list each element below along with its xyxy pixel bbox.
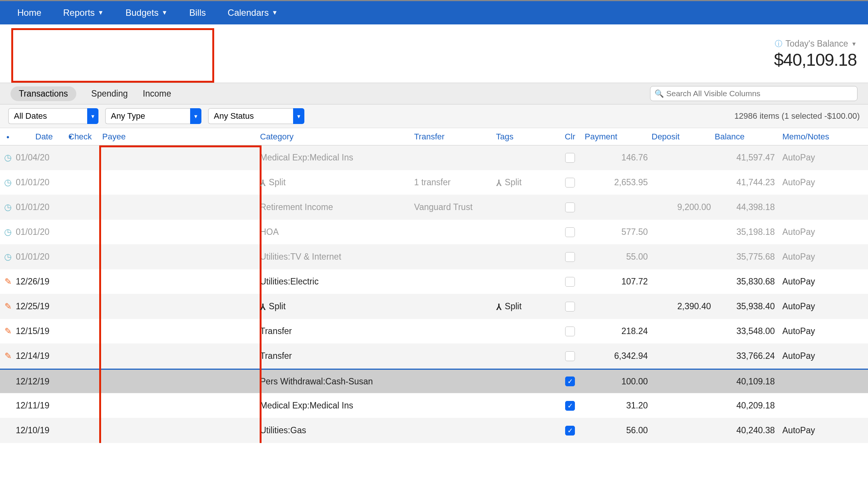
filter-status[interactable]: Any Status ▾ bbox=[208, 108, 304, 124]
cell-tags: Y Split bbox=[496, 177, 555, 188]
cell-balance: 44,398.18 bbox=[715, 202, 779, 212]
search-input[interactable] bbox=[650, 86, 857, 101]
table-row[interactable]: ✎12/14/19Transfer6,342.9433,766.24AutoPa… bbox=[0, 344, 868, 369]
nav-home[interactable]: Home bbox=[17, 8, 41, 18]
redaction-box bbox=[11, 28, 214, 83]
clock-icon: ◷ bbox=[4, 227, 12, 237]
checkbox-icon[interactable] bbox=[565, 351, 575, 361]
checkbox-icon[interactable] bbox=[565, 178, 575, 188]
cell-date: 01/01/20 bbox=[16, 227, 68, 237]
table-row[interactable]: ◷01/01/20HOA577.5035,198.18AutoPay bbox=[0, 220, 868, 245]
col-payee[interactable]: Payee bbox=[102, 132, 260, 142]
cell-cleared[interactable] bbox=[555, 178, 585, 188]
col-tags[interactable]: Tags bbox=[496, 132, 555, 142]
table-row[interactable]: ◷01/01/20Y Split1 transferY Split2,653.9… bbox=[0, 170, 868, 195]
cell-payment: 6,342.94 bbox=[585, 351, 652, 361]
table-row[interactable]: ◷01/01/20Utilities:TV & Internet55.0035,… bbox=[0, 245, 868, 269]
col-date[interactable]: Date▼ bbox=[16, 132, 68, 142]
checkbox-icon[interactable] bbox=[565, 302, 575, 311]
view-tabs-row: Transactions Spending Income 🔍 bbox=[0, 83, 868, 104]
cell-balance: 33,766.24 bbox=[715, 351, 779, 361]
nav-budgets[interactable]: Budgets▼ bbox=[126, 8, 168, 18]
table-row[interactable]: 12/12/19Pers Withdrawal:Cash-Susan✓100.0… bbox=[0, 369, 868, 393]
cell-cleared[interactable] bbox=[555, 302, 585, 311]
cell-category: Transfer bbox=[260, 326, 414, 336]
cell-date: 01/01/20 bbox=[16, 252, 68, 262]
cell-cleared[interactable] bbox=[555, 227, 585, 237]
table-row[interactable]: ✎12/26/19Utilities:Electric107.7235,830.… bbox=[0, 269, 868, 294]
checkbox-icon[interactable]: ✓ bbox=[565, 401, 575, 411]
cell-memo: AutoPay bbox=[779, 301, 865, 311]
chevron-down-icon[interactable]: ▾ bbox=[293, 108, 304, 124]
table-row[interactable]: ◷01/04/20Medical Exp:Medical Ins146.7641… bbox=[0, 145, 868, 170]
cell-balance: 40,240.38 bbox=[715, 425, 779, 435]
chevron-down-icon[interactable]: ▾ bbox=[87, 108, 98, 124]
balance-label[interactable]: Today's Balance bbox=[785, 39, 848, 49]
cell-memo: AutoPay bbox=[779, 177, 865, 188]
table-row[interactable]: ✎12/15/19Transfer218.2433,548.00AutoPay bbox=[0, 319, 868, 344]
cell-cleared[interactable]: ✓ bbox=[555, 426, 585, 435]
info-icon[interactable]: ⓘ bbox=[775, 39, 782, 49]
cell-cleared[interactable] bbox=[555, 327, 585, 336]
col-category[interactable]: Category bbox=[260, 132, 414, 142]
checkbox-icon[interactable] bbox=[565, 153, 575, 163]
table-row[interactable]: 12/10/19Utilities:Gas✓56.0040,240.38Auto… bbox=[0, 418, 868, 443]
filter-type[interactable]: Any Type ▾ bbox=[105, 108, 201, 124]
table-row[interactable]: 12/11/19Medical Exp:Medical Ins✓31.2040,… bbox=[0, 393, 868, 418]
cell-cleared[interactable] bbox=[555, 153, 585, 163]
cell-cleared[interactable]: ✓ bbox=[555, 401, 585, 411]
checkbox-icon[interactable]: ✓ bbox=[565, 426, 575, 435]
col-memo[interactable]: Memo/Notes bbox=[779, 132, 865, 142]
cell-cleared[interactable] bbox=[555, 203, 585, 212]
nav-reports[interactable]: Reports▼ bbox=[63, 8, 104, 18]
tab-transactions[interactable]: Transactions bbox=[11, 86, 76, 101]
clock-icon: ◷ bbox=[4, 177, 12, 188]
checkbox-icon[interactable] bbox=[565, 277, 575, 287]
checkbox-icon[interactable] bbox=[565, 203, 575, 212]
col-check[interactable]: Check bbox=[68, 132, 102, 142]
cell-cleared[interactable] bbox=[555, 351, 585, 361]
cell-category: Retirement Income bbox=[260, 202, 414, 212]
col-payment[interactable]: Payment bbox=[585, 132, 652, 142]
chevron-down-icon[interactable]: ▾ bbox=[190, 108, 201, 124]
table-header: ● Date▼ Check Payee Category Transfer Ta… bbox=[0, 128, 868, 145]
checkbox-icon[interactable] bbox=[565, 252, 575, 262]
checkbox-icon[interactable]: ✓ bbox=[565, 377, 575, 386]
col-clr[interactable]: Clr bbox=[555, 132, 585, 142]
cell-memo: AutoPay bbox=[779, 252, 865, 262]
tab-income[interactable]: Income bbox=[143, 89, 171, 99]
table-row[interactable]: ✎12/25/19Y SplitY Split2,390.4035,938.40… bbox=[0, 294, 868, 319]
col-status-dot[interactable]: ● bbox=[0, 134, 16, 140]
tab-spending[interactable]: Spending bbox=[91, 89, 128, 99]
split-icon: Y bbox=[260, 177, 265, 188]
cell-balance: 40,109.18 bbox=[715, 377, 779, 387]
cell-category: Medical Exp:Medical Ins bbox=[260, 153, 414, 163]
cell-payment: 146.76 bbox=[585, 153, 652, 163]
col-deposit[interactable]: Deposit bbox=[652, 132, 715, 142]
nav-bills[interactable]: Bills bbox=[189, 8, 206, 18]
nav-calendars[interactable]: Calendars▼ bbox=[228, 8, 278, 18]
col-transfer[interactable]: Transfer bbox=[414, 132, 496, 142]
clock-icon: ◷ bbox=[4, 202, 12, 212]
filter-dates[interactable]: All Dates ▾ bbox=[8, 108, 98, 124]
cell-date: 01/04/20 bbox=[16, 153, 68, 163]
cell-memo: AutoPay bbox=[779, 277, 865, 287]
cell-cleared[interactable]: ✓ bbox=[555, 377, 585, 386]
cell-memo: AutoPay bbox=[779, 326, 865, 336]
balance-amount: $40,109.18 bbox=[774, 50, 857, 70]
cell-date: 12/12/19 bbox=[16, 377, 68, 387]
checkbox-icon[interactable] bbox=[565, 227, 575, 237]
cell-transfer: Vanguard Trust bbox=[414, 202, 496, 212]
table-row[interactable]: ◷01/01/20Retirement IncomeVanguard Trust… bbox=[0, 195, 868, 220]
chevron-down-icon[interactable]: ▼ bbox=[851, 41, 857, 47]
cell-payment: 31.20 bbox=[585, 401, 652, 411]
checkbox-icon[interactable] bbox=[565, 327, 575, 336]
cell-cleared[interactable] bbox=[555, 277, 585, 287]
col-balance[interactable]: Balance bbox=[715, 132, 779, 142]
cell-cleared[interactable] bbox=[555, 252, 585, 262]
cell-date: 12/15/19 bbox=[16, 326, 68, 336]
cell-balance: 35,198.18 bbox=[715, 227, 779, 237]
cell-memo: AutoPay bbox=[779, 153, 865, 163]
cell-category: Utilities:Gas bbox=[260, 425, 414, 435]
cell-memo: AutoPay bbox=[779, 227, 865, 237]
